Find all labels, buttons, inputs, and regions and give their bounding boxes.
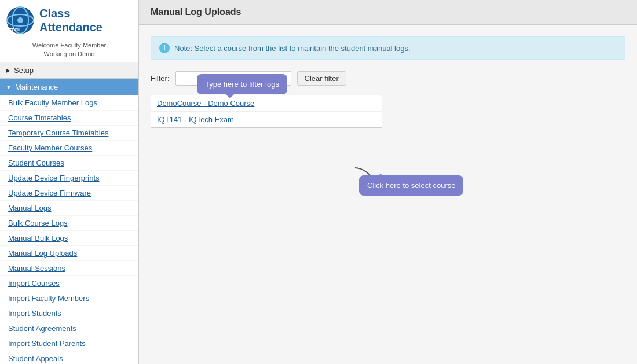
filter-tooltip: Type here to filter logs (197, 74, 287, 94)
info-icon: i (159, 43, 170, 53)
maintenance-group-header[interactable]: ▼ Maintenance (0, 79, 138, 95)
welcome-text: Welcome Faculty Member Working on Demo (0, 38, 138, 62)
course-item-demo-course[interactable]: DemoCourse - Demo Course (151, 95, 382, 112)
sidebar-item-bulk-faculty-logs[interactable]: Bulk Faculty Member Logs (0, 95, 138, 111)
sidebar-item-bulk-course-logs[interactable]: Bulk Course Logs (0, 216, 138, 231)
sidebar-item-course-timetables[interactable]: Course Timetables (0, 111, 138, 126)
svg-text:TECH: TECH (9, 28, 20, 32)
sidebar-item-update-device-firmware[interactable]: Update Device Firmware (0, 186, 138, 201)
sidebar-item-manual-sessions[interactable]: Manual Sessions (0, 261, 138, 276)
nav-section: ▶ Setup ▼ Maintenance Bulk Faculty Membe… (0, 62, 138, 364)
page-title: Manual Log Uploads (151, 7, 625, 17)
sidebar-item-faculty-member-courses[interactable]: Faculty Member Courses (0, 141, 138, 156)
clear-filter-button[interactable]: Clear filter (297, 71, 346, 86)
sidebar-item-manual-log-uploads[interactable]: Manual Log Uploads (0, 246, 138, 261)
sidebar-item-update-device-fingerprints[interactable]: Update Device Fingerprints (0, 171, 138, 186)
svg-point-3 (17, 17, 23, 23)
info-note-text: Note: Select a course from the list to m… (174, 44, 411, 53)
sidebar-item-import-courses[interactable]: Import Courses (0, 276, 138, 291)
course-item-iqt141[interactable]: IQT141 - IQTech Exam (151, 112, 382, 127)
course-list: DemoCourse - Demo CourseIQT141 - IQTech … (151, 95, 382, 128)
sidebar-item-import-student-parents[interactable]: Import Student Parents (0, 336, 138, 351)
sidebar-item-manual-bulk-logs[interactable]: Manual Bulk Logs (0, 231, 138, 246)
sidebar-item-student-appeals[interactable]: Student Appeals (0, 351, 138, 364)
info-box: i Note: Select a course from the list to… (151, 36, 625, 60)
page-body: i Note: Select a course from the list to… (139, 25, 637, 364)
sidebar-item-student-courses[interactable]: Student Courses (0, 156, 138, 171)
maintenance-arrow-icon: ▼ (6, 84, 12, 90)
app-logo: TECH (6, 6, 35, 35)
main-content: Manual Log Uploads i Note: Select a cour… (139, 0, 637, 364)
page-header: Manual Log Uploads (139, 0, 637, 25)
setup-arrow-icon: ▶ (6, 67, 10, 73)
sidebar-item-import-students[interactable]: Import Students (0, 306, 138, 321)
course-tooltip: Click here to select course (359, 175, 463, 196)
sidebar-item-student-agreements[interactable]: Student Agreements (0, 321, 138, 336)
app-title: Class Attendance (39, 6, 102, 34)
setup-group-header[interactable]: ▶ Setup (0, 62, 138, 79)
logo-area: TECH Class Attendance (0, 0, 138, 38)
sidebar-item-temporary-course-timetables[interactable]: Temporary Course Timetables (0, 126, 138, 141)
sidebar-item-import-faculty-members[interactable]: Import Faculty Members (0, 291, 138, 306)
nav-items-list: Bulk Faculty Member LogsCourse Timetable… (0, 95, 138, 364)
filter-label: Filter: (151, 74, 170, 83)
sidebar: TECH Class Attendance Welcome Faculty Me… (0, 0, 139, 364)
sidebar-item-manual-logs[interactable]: Manual Logs (0, 201, 138, 216)
